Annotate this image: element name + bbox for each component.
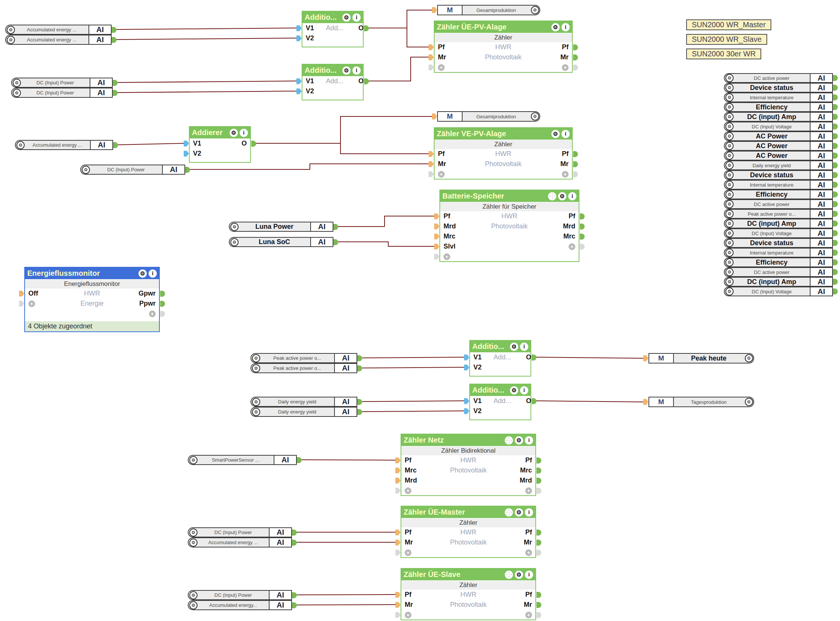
datapoint-dc-input-voltage[interactable]: DC (Input) Voltage AI (724, 229, 833, 238)
gear-icon[interactable] (725, 287, 734, 295)
block-addition-4[interactable]: Additio... V1 Add... O V2 (469, 384, 531, 420)
datapoint-efficiency[interactable]: Efficiency AI (724, 257, 833, 267)
ai-input-daily-yield-1[interactable]: Daily energy yield AI (250, 397, 357, 407)
add-output-button[interactable] (525, 488, 532, 494)
gear-icon[interactable] (725, 113, 734, 121)
datapoint-device-status[interactable]: Device status AI (724, 170, 833, 180)
add-input-button[interactable] (405, 488, 411, 494)
ai-input-dc-power-1[interactable]: DC (Input) Power AI (11, 77, 113, 88)
gear-icon[interactable] (551, 130, 559, 138)
info-icon[interactable] (240, 129, 248, 137)
datapoint-dc-input-amp[interactable]: DC (input) Amp AI (724, 277, 833, 286)
gear-icon[interactable] (515, 571, 523, 579)
gear-icon[interactable] (515, 508, 523, 516)
datapoint-device-status[interactable]: Device status AI (724, 238, 833, 248)
move-icon[interactable] (505, 508, 513, 516)
add-input-button[interactable] (444, 253, 450, 260)
ai-input-dc-power-3[interactable]: DC (Input) Power AI (80, 165, 185, 175)
datapoint-daily-energy-yield[interactable]: Daily energy yield AI (724, 161, 833, 170)
block-zaehler-ue-slave[interactable]: Zähler ÜE-Slave Zähler Pf HWR Pf Mr Phot… (400, 568, 536, 620)
block-addition-3[interactable]: Additio... V1 Add... O V2 (469, 340, 531, 377)
datapoint-dc-active-power[interactable]: DC active power AI (724, 267, 833, 277)
datapoint-internal-temperature[interactable]: Internal temperature AI (724, 248, 833, 257)
datapoint-dc-input-voltage[interactable]: DC (Input) Voltage AI (724, 122, 833, 131)
gear-icon[interactable] (189, 456, 197, 464)
block-zaehler-netz[interactable]: Zähler Netz Zähler Bidirektional Pf HWR … (400, 434, 536, 496)
info-icon[interactable] (520, 386, 528, 394)
add-input-button[interactable] (28, 300, 35, 307)
m-output-peak-heute[interactable]: M Peak heute (649, 353, 754, 364)
gear-icon[interactable] (725, 132, 734, 140)
info-icon[interactable] (561, 130, 570, 138)
gear-icon[interactable] (252, 354, 260, 362)
block-zaehler-ue-master[interactable]: Zähler ÜE-Master Zähler Pf HWR Pf Mr Pho… (400, 506, 536, 558)
note-sun2000-wr-slave[interactable]: SUN2000 WR_Slave (686, 34, 767, 45)
add-output-button[interactable] (569, 243, 575, 250)
gear-icon[interactable] (725, 142, 734, 150)
gear-icon[interactable] (725, 103, 734, 111)
add-input-button[interactable] (405, 549, 411, 556)
logic-editor-canvas[interactable]: Accumulated energy ... AI Accumulated en… (0, 0, 840, 621)
gear-icon[interactable] (725, 268, 734, 276)
gear-icon[interactable] (252, 408, 260, 416)
gear-icon[interactable] (725, 229, 734, 237)
gear-icon[interactable] (7, 26, 15, 34)
gear-icon[interactable] (342, 67, 350, 75)
gear-icon[interactable] (558, 192, 566, 200)
gear-icon[interactable] (531, 6, 539, 14)
gear-icon[interactable] (342, 14, 350, 22)
gear-icon[interactable] (515, 436, 523, 444)
add-output-button[interactable] (525, 549, 532, 556)
info-icon[interactable] (352, 67, 361, 75)
gear-icon[interactable] (189, 591, 197, 599)
gear-icon[interactable] (82, 166, 90, 174)
gear-icon[interactable] (7, 36, 15, 44)
move-icon[interactable] (548, 192, 556, 200)
ai-input-accumulated-energy-2[interactable]: Accumulated energy ... AI (5, 35, 112, 45)
gear-icon[interactable] (230, 129, 238, 137)
add-input-button[interactable] (438, 171, 445, 178)
datapoint-dc-input-amp[interactable]: DC (input) Amp AI (724, 112, 833, 122)
gear-icon[interactable] (17, 141, 25, 149)
datapoint-ac-power[interactable]: AC Power AI (724, 151, 833, 161)
ai-input-smartpowersensor[interactable]: SmartPowerSensor ... AI (188, 455, 297, 465)
datapoint-dc-input-voltage[interactable]: DC (Input) Voltage AI (724, 286, 833, 296)
ai-input-dc-power-slave[interactable]: DC (Input) Power AI (188, 590, 292, 600)
gear-icon[interactable] (725, 278, 734, 286)
block-addierer[interactable]: Addierer V1 O V2 (189, 126, 251, 163)
gear-icon[interactable] (510, 386, 518, 394)
gear-icon[interactable] (230, 223, 238, 231)
info-icon[interactable] (525, 571, 533, 579)
block-zaehler-ue-pv-alage[interactable]: Zähler ÜE-PV-Alage Zähler Pf HWR Pf Mr P… (434, 21, 573, 73)
datapoint-ac-power[interactable]: AC Power AI (724, 131, 833, 141)
ai-input-luna-soc[interactable]: Luna SoC AI (229, 237, 334, 247)
info-icon[interactable] (568, 192, 576, 200)
info-icon[interactable] (352, 14, 361, 22)
move-icon[interactable] (505, 436, 513, 444)
info-icon[interactable] (525, 436, 533, 444)
gear-icon[interactable] (725, 220, 734, 228)
info-icon[interactable] (520, 342, 528, 351)
info-icon[interactable] (149, 270, 157, 278)
gear-icon[interactable] (13, 79, 21, 87)
add-input-button[interactable] (438, 64, 445, 71)
block-energieflussmonitor[interactable]: Energieflussmonitor Energieflussmonitor … (24, 267, 160, 332)
gear-icon[interactable] (725, 248, 734, 257)
info-icon[interactable] (561, 23, 570, 31)
datapoint-peak-active-power[interactable]: Peak active power o... AI (724, 209, 833, 219)
gear-icon[interactable] (745, 398, 753, 406)
datapoint-ac-power[interactable]: AC Power AI (724, 141, 833, 151)
gear-icon[interactable] (13, 89, 21, 97)
gear-icon[interactable] (189, 529, 197, 537)
note-sun2000-wr-master[interactable]: SUN2000 WR_Master (686, 20, 771, 30)
gear-icon[interactable] (725, 151, 734, 160)
datapoint-device-status[interactable]: Device status AI (724, 83, 833, 92)
ai-input-dc-power-2[interactable]: DC (Input) Power AI (11, 88, 113, 98)
datapoint-internal-temperature[interactable]: Internal temperature AI (724, 180, 833, 189)
ai-input-dc-power-master[interactable]: DC (Input) Power AI (188, 527, 292, 538)
info-icon[interactable] (525, 508, 533, 516)
ai-input-luna-power[interactable]: Luna Power AI (229, 222, 334, 232)
ai-input-accumulated-energy-3[interactable]: Accumulated energy ... AI (15, 140, 113, 150)
note-sun2000-30er-wr[interactable]: SUN2000 30er WR (686, 48, 761, 59)
ai-input-accumulated-master[interactable]: Accumulated energy ... AI (188, 538, 292, 547)
